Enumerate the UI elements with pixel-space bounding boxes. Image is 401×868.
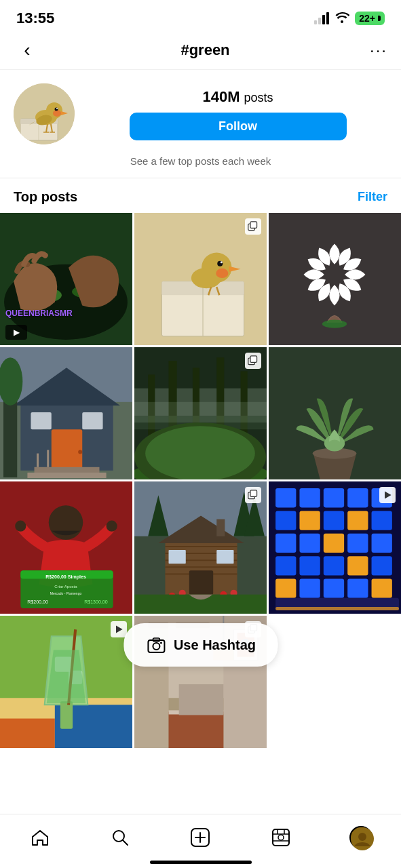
svg-rect-126 bbox=[372, 578, 392, 597]
profile-section: 140M posts Follow bbox=[0, 70, 401, 155]
nav-profile[interactable] bbox=[341, 823, 381, 852]
svg-rect-117 bbox=[275, 556, 296, 575]
svg-text:Criar Aposta: Criar Aposta bbox=[54, 585, 77, 589]
profile-subtitle: See a few top posts each week bbox=[0, 155, 401, 178]
nav-reels[interactable] bbox=[261, 823, 301, 852]
grid-item[interactable] bbox=[134, 481, 267, 614]
svg-point-26 bbox=[216, 269, 228, 278]
back-button[interactable]: ‹ bbox=[14, 39, 41, 61]
svg-rect-125 bbox=[347, 578, 368, 597]
nav-add[interactable] bbox=[180, 823, 221, 852]
filter-button[interactable]: Filter bbox=[358, 190, 387, 204]
svg-point-7 bbox=[55, 108, 58, 111]
svg-rect-121 bbox=[372, 556, 392, 575]
home-indicator bbox=[150, 861, 252, 864]
svg-rect-92 bbox=[169, 550, 186, 564]
svg-point-43 bbox=[78, 450, 82, 454]
svg-rect-41 bbox=[82, 412, 102, 429]
posts-count: 140M bbox=[202, 88, 240, 106]
grid-item[interactable]: R$200,00 Simples Criar Aposta Mercado - … bbox=[0, 481, 132, 614]
profile-avatar bbox=[349, 826, 373, 849]
nav-home[interactable] bbox=[20, 823, 60, 852]
svg-point-163 bbox=[278, 835, 284, 840]
svg-rect-144 bbox=[169, 711, 224, 748]
svg-text:R$200,00 Simples: R$200,00 Simples bbox=[45, 574, 86, 580]
reel-icon bbox=[379, 487, 396, 503]
signal-icon bbox=[314, 12, 329, 24]
grid-item[interactable] bbox=[269, 347, 401, 479]
grid-item[interactable] bbox=[0, 347, 132, 479]
svg-rect-105 bbox=[347, 488, 368, 507]
grid-item[interactable] bbox=[269, 481, 401, 614]
svg-rect-123 bbox=[299, 578, 320, 597]
svg-rect-131 bbox=[0, 719, 55, 748]
svg-rect-112 bbox=[275, 534, 296, 553]
svg-rect-133 bbox=[60, 701, 73, 728]
svg-point-35 bbox=[322, 320, 347, 328]
battery-icon: 22+ bbox=[355, 12, 385, 25]
grid-item[interactable]: QUEENBRIASMR bbox=[0, 213, 132, 345]
posts-grid: QUEENBRIASMR bbox=[0, 213, 401, 748]
status-bar: 13:55 22+ bbox=[0, 0, 401, 34]
grid-item[interactable] bbox=[134, 213, 267, 345]
svg-rect-100 bbox=[250, 490, 257, 497]
posts-count-row: 140M posts bbox=[202, 88, 273, 106]
header: ‹ #green ··· bbox=[0, 34, 401, 70]
svg-rect-107 bbox=[275, 511, 296, 530]
top-posts-header: Top posts Filter bbox=[0, 178, 401, 213]
svg-point-169 bbox=[358, 833, 366, 841]
svg-rect-90 bbox=[216, 519, 225, 536]
svg-text:R$1300,00: R$1300,00 bbox=[84, 599, 108, 604]
svg-rect-42 bbox=[52, 429, 82, 471]
svg-point-154 bbox=[153, 643, 159, 650]
svg-rect-104 bbox=[324, 488, 344, 507]
svg-text:R$200,00: R$200,00 bbox=[27, 599, 48, 604]
use-hashtag-container: Use Hashtag bbox=[123, 623, 278, 667]
reels-icon bbox=[271, 828, 290, 847]
use-hashtag-button[interactable]: Use Hashtag bbox=[123, 623, 278, 667]
svg-rect-40 bbox=[31, 412, 51, 429]
multi-post-icon bbox=[245, 487, 261, 503]
grid-item[interactable] bbox=[134, 347, 267, 479]
svg-point-69 bbox=[15, 521, 26, 532]
svg-rect-110 bbox=[347, 511, 368, 530]
svg-point-6 bbox=[53, 110, 61, 117]
svg-point-61 bbox=[145, 426, 255, 479]
svg-rect-119 bbox=[324, 556, 344, 575]
svg-rect-91 bbox=[189, 570, 213, 594]
posts-grid-wrapper: QUEENBRIASMR bbox=[0, 213, 401, 748]
svg-rect-124 bbox=[324, 578, 344, 597]
follow-button[interactable]: Follow bbox=[130, 113, 347, 140]
svg-point-156 bbox=[159, 642, 161, 644]
posts-label: posts bbox=[244, 91, 273, 105]
svg-rect-45 bbox=[27, 473, 106, 478]
multi-post-icon bbox=[245, 218, 261, 235]
youtube-icon bbox=[5, 325, 27, 340]
nav-search[interactable] bbox=[100, 823, 140, 852]
avatar bbox=[14, 83, 75, 144]
svg-rect-122 bbox=[275, 578, 296, 597]
page-title: #green bbox=[180, 41, 229, 59]
search-icon bbox=[111, 828, 130, 847]
svg-rect-115 bbox=[347, 534, 368, 553]
home-icon bbox=[31, 828, 50, 847]
status-time: 13:55 bbox=[16, 9, 54, 27]
svg-rect-162 bbox=[273, 829, 289, 846]
status-icons: 22+ bbox=[314, 11, 385, 26]
use-hashtag-label: Use Hashtag bbox=[174, 637, 256, 653]
bottom-nav bbox=[0, 814, 401, 868]
svg-rect-118 bbox=[299, 556, 320, 575]
wifi-icon bbox=[335, 11, 349, 26]
grid-item[interactable] bbox=[269, 213, 401, 345]
svg-rect-63 bbox=[250, 356, 257, 363]
more-options-button[interactable]: ··· bbox=[370, 41, 387, 60]
add-icon bbox=[190, 827, 210, 848]
top-posts-title: Top posts bbox=[14, 189, 77, 205]
profile-info: 140M posts Follow bbox=[88, 88, 387, 140]
svg-rect-114 bbox=[324, 534, 344, 553]
grid-item[interactable] bbox=[0, 616, 132, 748]
svg-point-70 bbox=[107, 521, 117, 532]
svg-rect-111 bbox=[372, 511, 392, 530]
svg-rect-113 bbox=[299, 534, 320, 553]
svg-rect-109 bbox=[324, 511, 344, 530]
